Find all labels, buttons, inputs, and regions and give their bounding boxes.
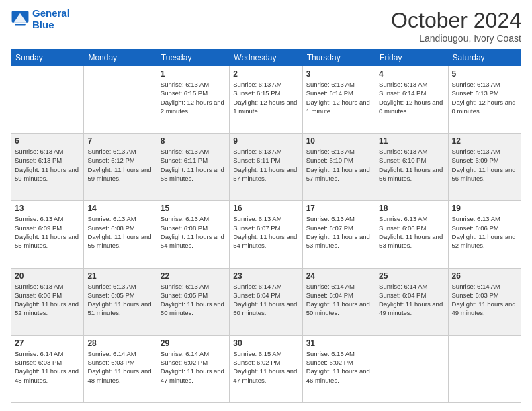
- day-info: Sunrise: 6:13 AMSunset: 6:15 PMDaylight:…: [161, 80, 226, 116]
- table-cell: [11, 66, 84, 134]
- day-info: Sunrise: 6:14 AMSunset: 6:02 PMDaylight:…: [161, 349, 226, 385]
- month-title: October 2024: [391, 8, 521, 33]
- day-number: 31: [306, 338, 371, 348]
- calendar-week-row: 13Sunrise: 6:13 AMSunset: 6:09 PMDayligh…: [11, 201, 521, 268]
- day-info: Sunrise: 6:13 AMSunset: 6:14 PMDaylight:…: [379, 80, 444, 116]
- day-number: 16: [233, 203, 298, 213]
- table-cell: 23Sunrise: 6:14 AMSunset: 6:04 PMDayligh…: [230, 268, 302, 335]
- day-info: Sunrise: 6:13 AMSunset: 6:15 PMDaylight:…: [233, 80, 298, 116]
- day-number: 17: [306, 203, 371, 213]
- day-info: Sunrise: 6:13 AMSunset: 6:09 PMDaylight:…: [452, 147, 517, 183]
- table-cell: 26Sunrise: 6:14 AMSunset: 6:03 PMDayligh…: [448, 268, 521, 335]
- day-number: 9: [233, 136, 298, 146]
- table-cell: 2Sunrise: 6:13 AMSunset: 6:15 PMDaylight…: [230, 66, 302, 134]
- calendar-week-row: 6Sunrise: 6:13 AMSunset: 6:13 PMDaylight…: [11, 134, 521, 201]
- table-cell: 11Sunrise: 6:13 AMSunset: 6:10 PMDayligh…: [375, 134, 448, 201]
- day-info: Sunrise: 6:13 AMSunset: 6:13 PMDaylight:…: [452, 80, 517, 116]
- table-cell: 31Sunrise: 6:15 AMSunset: 6:02 PMDayligh…: [302, 335, 375, 402]
- day-info: Sunrise: 6:13 AMSunset: 6:06 PMDaylight:…: [15, 282, 80, 318]
- day-number: 13: [15, 203, 80, 213]
- calendar-week-row: 1Sunrise: 6:13 AMSunset: 6:15 PMDaylight…: [11, 66, 521, 134]
- day-number: 10: [306, 136, 371, 146]
- day-info: Sunrise: 6:13 AMSunset: 6:10 PMDaylight:…: [379, 147, 444, 183]
- logo-line1: General: [32, 7, 70, 19]
- day-info: Sunrise: 6:15 AMSunset: 6:02 PMDaylight:…: [233, 349, 298, 385]
- day-number: 24: [306, 271, 371, 281]
- day-info: Sunrise: 6:13 AMSunset: 6:10 PMDaylight:…: [306, 147, 371, 183]
- day-info: Sunrise: 6:13 AMSunset: 6:14 PMDaylight:…: [306, 80, 371, 116]
- table-cell: 3Sunrise: 6:13 AMSunset: 6:14 PMDaylight…: [302, 66, 375, 134]
- logo-line2: Blue: [32, 19, 54, 30]
- table-cell: 19Sunrise: 6:13 AMSunset: 6:06 PMDayligh…: [448, 201, 521, 268]
- table-cell: 29Sunrise: 6:14 AMSunset: 6:02 PMDayligh…: [157, 335, 229, 402]
- col-friday: Friday: [375, 50, 448, 66]
- day-info: Sunrise: 6:13 AMSunset: 6:07 PMDaylight:…: [233, 214, 298, 250]
- table-cell: 6Sunrise: 6:13 AMSunset: 6:13 PMDaylight…: [11, 134, 84, 201]
- day-info: Sunrise: 6:14 AMSunset: 6:04 PMDaylight:…: [306, 282, 371, 318]
- calendar-week-row: 27Sunrise: 6:14 AMSunset: 6:03 PMDayligh…: [11, 335, 521, 402]
- col-saturday: Saturday: [448, 50, 521, 66]
- table-cell: 27Sunrise: 6:14 AMSunset: 6:03 PMDayligh…: [11, 335, 84, 402]
- table-cell: 12Sunrise: 6:13 AMSunset: 6:09 PMDayligh…: [448, 134, 521, 201]
- calendar-week-row: 20Sunrise: 6:13 AMSunset: 6:06 PMDayligh…: [11, 268, 521, 335]
- header: General Blue October 2024 Landiougou, Iv…: [11, 8, 521, 44]
- table-cell: 9Sunrise: 6:13 AMSunset: 6:11 PMDaylight…: [230, 134, 302, 201]
- table-cell: 24Sunrise: 6:14 AMSunset: 6:04 PMDayligh…: [302, 268, 375, 335]
- table-cell: 16Sunrise: 6:13 AMSunset: 6:07 PMDayligh…: [230, 201, 302, 268]
- day-number: 6: [15, 136, 80, 146]
- day-number: 18: [379, 203, 444, 213]
- day-info: Sunrise: 6:14 AMSunset: 6:03 PMDaylight:…: [452, 282, 517, 318]
- day-info: Sunrise: 6:13 AMSunset: 6:11 PMDaylight:…: [233, 147, 298, 183]
- day-number: 2: [233, 69, 298, 79]
- col-monday: Monday: [84, 50, 157, 66]
- day-info: Sunrise: 6:13 AMSunset: 6:08 PMDaylight:…: [161, 214, 226, 250]
- table-cell: 7Sunrise: 6:13 AMSunset: 6:12 PMDaylight…: [84, 134, 157, 201]
- day-number: 29: [161, 338, 226, 348]
- day-number: 22: [161, 271, 226, 281]
- day-number: 8: [161, 136, 226, 146]
- table-cell: 5Sunrise: 6:13 AMSunset: 6:13 PMDaylight…: [448, 66, 521, 134]
- day-number: 30: [233, 338, 298, 348]
- location: Landiougou, Ivory Coast: [391, 33, 521, 44]
- day-info: Sunrise: 6:14 AMSunset: 6:04 PMDaylight:…: [233, 282, 298, 318]
- day-number: 20: [15, 271, 80, 281]
- day-info: Sunrise: 6:15 AMSunset: 6:02 PMDaylight:…: [306, 349, 371, 385]
- col-tuesday: Tuesday: [157, 50, 229, 66]
- table-cell: [84, 66, 157, 134]
- day-number: 19: [452, 203, 517, 213]
- day-number: 1: [161, 69, 226, 79]
- logo-icon: [11, 10, 30, 29]
- day-number: 12: [452, 136, 517, 146]
- table-cell: 14Sunrise: 6:13 AMSunset: 6:08 PMDayligh…: [84, 201, 157, 268]
- table-cell: 8Sunrise: 6:13 AMSunset: 6:11 PMDaylight…: [157, 134, 229, 201]
- day-number: 23: [233, 271, 298, 281]
- col-thursday: Thursday: [302, 50, 375, 66]
- table-cell: 30Sunrise: 6:15 AMSunset: 6:02 PMDayligh…: [230, 335, 302, 402]
- day-number: 5: [452, 69, 517, 79]
- col-wednesday: Wednesday: [230, 50, 302, 66]
- table-cell: 17Sunrise: 6:13 AMSunset: 6:07 PMDayligh…: [302, 201, 375, 268]
- day-number: 14: [87, 203, 152, 213]
- day-number: 28: [87, 338, 152, 348]
- day-info: Sunrise: 6:13 AMSunset: 6:05 PMDaylight:…: [161, 282, 226, 318]
- table-cell: 1Sunrise: 6:13 AMSunset: 6:15 PMDaylight…: [157, 66, 229, 134]
- table-cell: 15Sunrise: 6:13 AMSunset: 6:08 PMDayligh…: [157, 201, 229, 268]
- day-info: Sunrise: 6:13 AMSunset: 6:07 PMDaylight:…: [306, 214, 371, 250]
- day-number: 21: [87, 271, 152, 281]
- day-info: Sunrise: 6:14 AMSunset: 6:03 PMDaylight:…: [87, 349, 152, 385]
- day-info: Sunrise: 6:13 AMSunset: 6:09 PMDaylight:…: [15, 214, 80, 250]
- table-cell: 18Sunrise: 6:13 AMSunset: 6:06 PMDayligh…: [375, 201, 448, 268]
- day-info: Sunrise: 6:13 AMSunset: 6:12 PMDaylight:…: [87, 147, 152, 183]
- title-block: October 2024 Landiougou, Ivory Coast: [391, 8, 521, 44]
- table-cell: 21Sunrise: 6:13 AMSunset: 6:05 PMDayligh…: [84, 268, 157, 335]
- table-cell: [448, 335, 521, 402]
- day-number: 11: [379, 136, 444, 146]
- day-number: 4: [379, 69, 444, 79]
- table-cell: 22Sunrise: 6:13 AMSunset: 6:05 PMDayligh…: [157, 268, 229, 335]
- calendar-table: Sunday Monday Tuesday Wednesday Thursday…: [11, 49, 521, 403]
- calendar-header-row: Sunday Monday Tuesday Wednesday Thursday…: [11, 50, 521, 66]
- day-number: 27: [15, 338, 80, 348]
- day-info: Sunrise: 6:14 AMSunset: 6:03 PMDaylight:…: [15, 349, 80, 385]
- day-info: Sunrise: 6:13 AMSunset: 6:05 PMDaylight:…: [87, 282, 152, 318]
- col-sunday: Sunday: [11, 50, 84, 66]
